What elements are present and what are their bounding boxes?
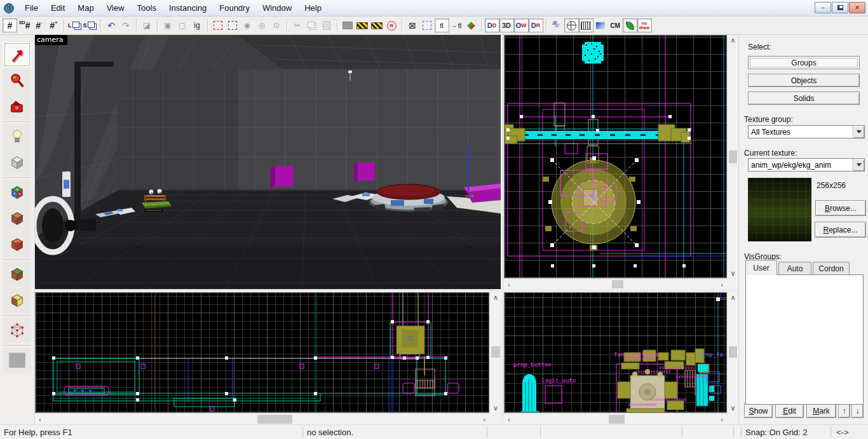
- vertical-scrollbar[interactable]: ∧ ∨: [489, 292, 501, 413]
- toggle-nodraw-button[interactable]: nodraw: [637, 18, 652, 32]
- dropdown-button[interactable]: [853, 159, 864, 171]
- visgroups-tab-cordon[interactable]: Cordon: [813, 262, 850, 275]
- undo-button[interactable]: ↶: [104, 18, 119, 32]
- texture-scale-lock-button[interactable]: ↔tl: [449, 18, 464, 32]
- scroll-up-icon[interactable]: ∧: [728, 35, 738, 45]
- toggle-fade-button[interactable]: [593, 18, 608, 32]
- scrollbar-thumb[interactable]: [729, 151, 737, 163]
- menu-foundry[interactable]: Foundry: [213, 1, 256, 15]
- horizontal-scrollbar[interactable]: ‹ ›: [504, 278, 727, 289]
- scroll-down-icon[interactable]: ∨: [490, 403, 501, 413]
- scroll-left-icon[interactable]: ‹: [504, 414, 514, 425]
- dropdown-button[interactable]: [853, 126, 864, 138]
- select-objects-button[interactable]: Objects: [748, 74, 860, 87]
- decal-tool-button[interactable]: [3, 232, 31, 257]
- visgroups-edit-button[interactable]: Edit: [775, 403, 804, 418]
- smaller-grid-button[interactable]: #-: [32, 18, 46, 32]
- scrollbar-thumb[interactable]: [612, 280, 623, 288]
- menu-edit[interactable]: Edit: [44, 1, 71, 15]
- toggle-ray-button[interactable]: DR: [529, 18, 543, 32]
- toggle-wireframe-button[interactable]: [579, 18, 593, 32]
- scroll-down-icon[interactable]: ∨: [728, 403, 738, 413]
- select-solids-button[interactable]: Solids: [748, 91, 860, 105]
- scroll-down-icon[interactable]: ∨: [728, 268, 738, 278]
- scrollbar-thumb[interactable]: [609, 415, 625, 424]
- visgroups-tab-auto[interactable]: Auto: [778, 262, 811, 275]
- scroll-up-icon[interactable]: ∧: [490, 292, 501, 302]
- visgroups-tab-user[interactable]: User: [745, 260, 777, 275]
- texture-swatch-button[interactable]: [341, 18, 355, 32]
- scroll-left-icon[interactable]: ‹: [504, 279, 514, 290]
- menu-map[interactable]: Map: [71, 1, 100, 15]
- toggle-models-button[interactable]: 3D: [499, 18, 514, 32]
- replace-button[interactable]: Replace...: [815, 222, 866, 238]
- viewport-2d-front[interactable]: prop_button logic_auto func_instance pro…: [504, 292, 738, 424]
- scroll-right-icon[interactable]: ›: [717, 414, 727, 425]
- texture-lock-button[interactable]: tl: [435, 18, 449, 32]
- menu-file[interactable]: File: [18, 1, 44, 15]
- select-touching-button[interactable]: ⊠: [405, 18, 420, 32]
- blank-tool-slot[interactable]: [3, 348, 31, 373]
- close-button[interactable]: ✕: [849, 2, 865, 13]
- radius-culling-button[interactable]: R: [384, 18, 399, 32]
- viewport-3d-camera[interactable]: camera: [35, 35, 501, 289]
- smoothing-groups-button[interactable]: [550, 18, 564, 32]
- vertical-scrollbar[interactable]: ∧ ∨: [727, 35, 738, 278]
- menu-instancing[interactable]: Instancing: [163, 1, 213, 15]
- scrollbar-thumb[interactable]: [491, 346, 500, 358]
- scroll-right-icon[interactable]: ›: [717, 279, 727, 290]
- texture-group-dropdown[interactable]: All Textures: [748, 125, 865, 138]
- block-tool-button[interactable]: [3, 150, 31, 175]
- toggle-3d-grid-button[interactable]: 3D#: [17, 18, 32, 32]
- apply-texture-tool-button[interactable]: [3, 206, 31, 231]
- visgroups-list[interactable]: [745, 274, 864, 405]
- magnify-tool-button[interactable]: [3, 68, 31, 93]
- marquee-select-button[interactable]: [420, 18, 435, 32]
- menu-help[interactable]: Help: [298, 1, 328, 15]
- toggle-foliage-button[interactable]: [623, 18, 637, 32]
- toggle-detail-button[interactable]: DD: [485, 18, 499, 32]
- scroll-right-icon[interactable]: ›: [479, 414, 489, 425]
- scrollbar-thumb[interactable]: [729, 346, 737, 358]
- restore-button[interactable]: [832, 2, 848, 13]
- texture-application-tool-button[interactable]: [3, 180, 31, 205]
- selection-tool-button[interactable]: [3, 42, 31, 67]
- clipping-tool-button[interactable]: [3, 288, 31, 313]
- save-window-state-button[interactable]: S: [83, 18, 98, 32]
- texture-lock-hazard-button[interactable]: [355, 18, 370, 32]
- hide-selected-button[interactable]: [211, 18, 226, 32]
- overlay-tool-button[interactable]: [3, 262, 31, 287]
- vertical-scrollbar[interactable]: ∧ ∨: [727, 292, 738, 413]
- menu-window[interactable]: Window: [256, 1, 298, 15]
- texture-scale-hazard-button[interactable]: [370, 18, 384, 32]
- hide-unselected-button[interactable]: [226, 18, 240, 32]
- camera-tool-button[interactable]: [3, 94, 31, 119]
- visgroups-mark-button[interactable]: Mark: [806, 403, 836, 418]
- horizontal-scrollbar[interactable]: ‹ ›: [504, 413, 727, 424]
- menu-view[interactable]: View: [100, 1, 131, 15]
- toggle-world-button[interactable]: OW: [514, 18, 529, 32]
- browse-button[interactable]: Browse...: [815, 200, 866, 216]
- larger-grid-button[interactable]: #+: [46, 18, 61, 32]
- move-up-button[interactable]: ↑: [838, 403, 850, 418]
- toggle-sphere-button[interactable]: [564, 18, 579, 32]
- vertex-tool-button[interactable]: [3, 318, 31, 343]
- scroll-up-icon[interactable]: ∧: [728, 292, 738, 302]
- toggle-grid-button[interactable]: #: [3, 18, 17, 32]
- current-texture-dropdown[interactable]: anim_wp/ekg/ekg_anim: [748, 158, 865, 172]
- visgroups-show-button[interactable]: Show: [744, 403, 773, 418]
- load-window-state-button[interactable]: L: [67, 18, 83, 32]
- ignore-groups-button[interactable]: ig: [190, 18, 205, 32]
- viewport-2d-side[interactable]: ∧ ∨ ‹ ›: [35, 292, 501, 424]
- minimize-button[interactable]: –: [815, 2, 831, 13]
- move-down-button[interactable]: ↓: [851, 403, 864, 418]
- entity-tool-button[interactable]: [3, 124, 31, 149]
- menu-tools[interactable]: Tools: [131, 1, 163, 15]
- horizontal-scrollbar[interactable]: ‹ ›: [35, 413, 489, 424]
- select-groups-button[interactable]: Groups: [748, 56, 860, 69]
- scroll-left-icon[interactable]: ‹: [35, 414, 45, 425]
- viewport-2d-top[interactable]: ∧ ∨ ‹ ›: [504, 35, 738, 289]
- color-mode-button[interactable]: CM: [608, 18, 623, 32]
- scrollbar-thumb[interactable]: [257, 415, 292, 424]
- flip-faces-button[interactable]: [464, 18, 478, 32]
